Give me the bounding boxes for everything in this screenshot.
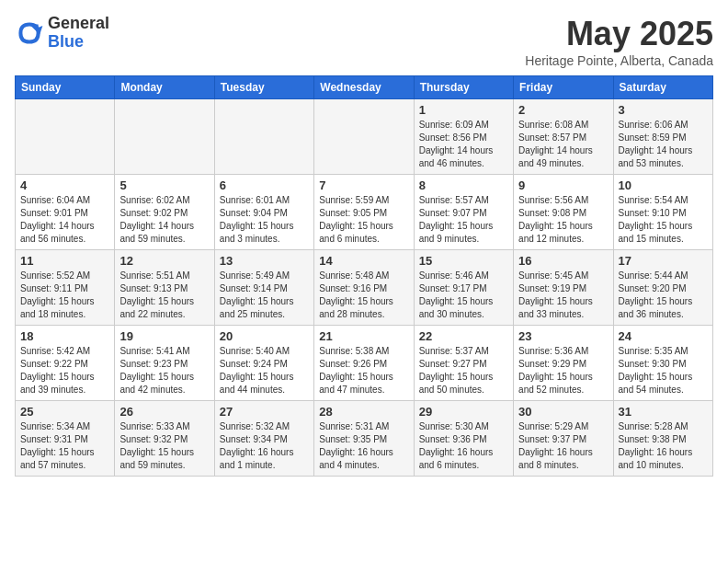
day-number: 16: [518, 254, 608, 268]
month-title: May 2025: [525, 15, 713, 53]
day-number: 3: [619, 103, 708, 117]
day-number: 11: [20, 254, 109, 268]
day-header-wednesday: Wednesday: [314, 76, 414, 99]
calendar-cell: 18Sunrise: 5:42 AM Sunset: 9:22 PM Dayli…: [16, 326, 115, 401]
day-info: Sunrise: 5:35 AM Sunset: 9:30 PM Dayligh…: [619, 345, 708, 396]
calendar-body: 1Sunrise: 6:09 AM Sunset: 8:56 PM Daylig…: [16, 99, 713, 477]
day-info: Sunrise: 5:49 AM Sunset: 9:14 PM Dayligh…: [220, 270, 309, 321]
calendar-cell: 30Sunrise: 5:29 AM Sunset: 9:37 PM Dayli…: [514, 401, 613, 477]
day-info: Sunrise: 5:56 AM Sunset: 9:08 PM Dayligh…: [518, 194, 608, 246]
day-info: Sunrise: 5:38 AM Sunset: 9:26 PM Dayligh…: [319, 345, 408, 396]
day-number: 5: [119, 178, 209, 192]
location: Heritage Pointe, Alberta, Canada: [525, 53, 713, 68]
day-header-friday: Friday: [514, 76, 613, 99]
calendar-cell: 31Sunrise: 5:28 AM Sunset: 9:38 PM Dayli…: [613, 401, 712, 477]
calendar-table: SundayMondayTuesdayWednesdayThursdayFrid…: [15, 75, 713, 477]
day-number: 14: [319, 254, 408, 268]
calendar-cell: 2Sunrise: 6:08 AM Sunset: 8:57 PM Daylig…: [514, 99, 613, 175]
logo-icon: [15, 18, 44, 48]
calendar-cell: 24Sunrise: 5:35 AM Sunset: 9:30 PM Dayli…: [613, 326, 712, 401]
day-number: 26: [119, 405, 209, 419]
day-header-thursday: Thursday: [414, 76, 513, 99]
calendar-cell: 8Sunrise: 5:57 AM Sunset: 9:07 PM Daylig…: [414, 175, 513, 250]
day-info: Sunrise: 6:09 AM Sunset: 8:56 PM Dayligh…: [419, 119, 508, 170]
week-row-2: 4Sunrise: 6:04 AM Sunset: 9:01 PM Daylig…: [16, 175, 713, 250]
day-header-tuesday: Tuesday: [214, 76, 313, 99]
day-info: Sunrise: 5:34 AM Sunset: 9:31 PM Dayligh…: [20, 420, 109, 472]
day-info: Sunrise: 5:40 AM Sunset: 9:24 PM Dayligh…: [220, 345, 309, 396]
day-number: 31: [619, 405, 708, 419]
day-number: 29: [419, 405, 508, 419]
day-info: Sunrise: 5:32 AM Sunset: 9:34 PM Dayligh…: [220, 420, 309, 472]
day-info: Sunrise: 5:36 AM Sunset: 9:29 PM Dayligh…: [518, 345, 608, 396]
page-header: General Blue May 2025 Heritage Pointe, A…: [15, 15, 713, 68]
day-number: 20: [220, 329, 309, 343]
day-number: 21: [319, 329, 408, 343]
day-number: 10: [619, 178, 708, 192]
day-info: Sunrise: 5:37 AM Sunset: 9:27 PM Dayligh…: [419, 345, 508, 396]
week-row-3: 11Sunrise: 5:52 AM Sunset: 9:11 PM Dayli…: [16, 250, 713, 326]
calendar-header: SundayMondayTuesdayWednesdayThursdayFrid…: [16, 76, 713, 99]
day-number: 2: [518, 103, 608, 117]
logo-general-text: General: [48, 15, 109, 33]
day-header-monday: Monday: [115, 76, 214, 99]
day-info: Sunrise: 6:04 AM Sunset: 9:01 PM Dayligh…: [20, 194, 109, 246]
day-number: 1: [419, 103, 508, 117]
calendar-cell: 23Sunrise: 5:36 AM Sunset: 9:29 PM Dayli…: [514, 326, 613, 401]
day-number: 13: [220, 254, 309, 268]
calendar-cell: 29Sunrise: 5:30 AM Sunset: 9:36 PM Dayli…: [414, 401, 513, 477]
calendar-cell: 27Sunrise: 5:32 AM Sunset: 9:34 PM Dayli…: [214, 401, 313, 477]
day-number: 9: [518, 178, 608, 192]
day-info: Sunrise: 5:51 AM Sunset: 9:13 PM Dayligh…: [119, 270, 209, 321]
calendar-cell: [314, 99, 414, 175]
day-number: 6: [220, 178, 309, 192]
logo-text: General Blue: [48, 15, 109, 52]
calendar-cell: 12Sunrise: 5:51 AM Sunset: 9:13 PM Dayli…: [115, 250, 214, 326]
calendar-cell: 14Sunrise: 5:48 AM Sunset: 9:16 PM Dayli…: [314, 250, 414, 326]
calendar-cell: 20Sunrise: 5:40 AM Sunset: 9:24 PM Dayli…: [214, 326, 313, 401]
calendar-cell: 10Sunrise: 5:54 AM Sunset: 9:10 PM Dayli…: [613, 175, 712, 250]
day-info: Sunrise: 5:45 AM Sunset: 9:19 PM Dayligh…: [518, 270, 608, 321]
day-number: 23: [518, 329, 608, 343]
calendar-cell: 25Sunrise: 5:34 AM Sunset: 9:31 PM Dayli…: [16, 401, 115, 477]
calendar-cell: 5Sunrise: 6:02 AM Sunset: 9:02 PM Daylig…: [115, 175, 214, 250]
day-number: 18: [20, 329, 109, 343]
week-row-4: 18Sunrise: 5:42 AM Sunset: 9:22 PM Dayli…: [16, 326, 713, 401]
calendar-cell: 22Sunrise: 5:37 AM Sunset: 9:27 PM Dayli…: [414, 326, 513, 401]
calendar-cell: 17Sunrise: 5:44 AM Sunset: 9:20 PM Dayli…: [613, 250, 712, 326]
calendar-cell: 1Sunrise: 6:09 AM Sunset: 8:56 PM Daylig…: [414, 99, 513, 175]
calendar-cell: 15Sunrise: 5:46 AM Sunset: 9:17 PM Dayli…: [414, 250, 513, 326]
day-info: Sunrise: 5:44 AM Sunset: 9:20 PM Dayligh…: [619, 270, 708, 321]
title-block: May 2025 Heritage Pointe, Alberta, Canad…: [525, 15, 713, 68]
day-info: Sunrise: 5:42 AM Sunset: 9:22 PM Dayligh…: [20, 345, 109, 396]
day-number: 15: [419, 254, 508, 268]
day-number: 4: [20, 178, 109, 192]
day-info: Sunrise: 5:59 AM Sunset: 9:05 PM Dayligh…: [319, 194, 408, 246]
day-number: 25: [20, 405, 109, 419]
calendar-cell: 13Sunrise: 5:49 AM Sunset: 9:14 PM Dayli…: [214, 250, 313, 326]
logo-blue-text: Blue: [48, 33, 109, 52]
day-number: 12: [119, 254, 209, 268]
week-row-5: 25Sunrise: 5:34 AM Sunset: 9:31 PM Dayli…: [16, 401, 713, 477]
day-number: 27: [220, 405, 309, 419]
calendar-cell: [115, 99, 214, 175]
day-info: Sunrise: 5:31 AM Sunset: 9:35 PM Dayligh…: [319, 420, 408, 472]
calendar-cell: 16Sunrise: 5:45 AM Sunset: 9:19 PM Dayli…: [514, 250, 613, 326]
day-info: Sunrise: 5:28 AM Sunset: 9:38 PM Dayligh…: [619, 420, 708, 472]
day-number: 30: [518, 405, 608, 419]
logo: General Blue: [15, 15, 109, 52]
day-info: Sunrise: 5:57 AM Sunset: 9:07 PM Dayligh…: [419, 194, 508, 246]
calendar-cell: [16, 99, 115, 175]
day-info: Sunrise: 6:02 AM Sunset: 9:02 PM Dayligh…: [119, 194, 209, 246]
calendar-cell: 28Sunrise: 5:31 AM Sunset: 9:35 PM Dayli…: [314, 401, 414, 477]
day-header-saturday: Saturday: [613, 76, 712, 99]
week-row-1: 1Sunrise: 6:09 AM Sunset: 8:56 PM Daylig…: [16, 99, 713, 175]
day-info: Sunrise: 5:52 AM Sunset: 9:11 PM Dayligh…: [20, 270, 109, 321]
calendar-cell: 7Sunrise: 5:59 AM Sunset: 9:05 PM Daylig…: [314, 175, 414, 250]
day-info: Sunrise: 5:33 AM Sunset: 9:32 PM Dayligh…: [119, 420, 209, 472]
day-header-sunday: Sunday: [16, 76, 115, 99]
day-number: 24: [619, 329, 708, 343]
calendar-cell: 6Sunrise: 6:01 AM Sunset: 9:04 PM Daylig…: [214, 175, 313, 250]
day-info: Sunrise: 5:54 AM Sunset: 9:10 PM Dayligh…: [619, 194, 708, 246]
day-header-row: SundayMondayTuesdayWednesdayThursdayFrid…: [16, 76, 713, 99]
